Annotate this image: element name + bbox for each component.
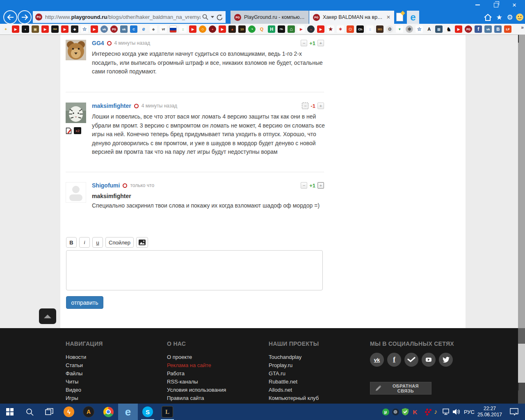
tray-steam-icon[interactable]: ⊚ (390, 404, 400, 420)
youtube-icon[interactable] (422, 353, 436, 367)
footer-link-about-project[interactable]: О проекте (167, 355, 226, 359)
bookmarks-overflow-chevron[interactable]: » (521, 25, 524, 30)
vk-icon[interactable]: vk (370, 353, 384, 367)
taskbar-app-internet-explorer-active[interactable]: e (118, 404, 138, 420)
italic-button[interactable]: i (79, 237, 90, 248)
bookmark-favicon-youtube[interactable]: ▶ (189, 25, 196, 33)
bookmark-favicon-gear-coin[interactable]: ⚙ (386, 25, 393, 33)
forward-button[interactable] (18, 10, 32, 24)
new-tab-button[interactable] (396, 13, 403, 21)
scrollbar-track-lower[interactable] (518, 328, 525, 344)
bookmark-favicon-gold-wings[interactable]: ✦ (2, 25, 9, 33)
clock[interactable]: 22:2725.06.2017 (475, 404, 504, 420)
comment-author-link[interactable]: Shigofumi (92, 182, 120, 189)
feedback-button[interactable]: ОБРАТНАЯ СВЯЗЬ (370, 382, 431, 395)
bookmark-favicon-coub[interactable]: C (130, 25, 137, 33)
close-button[interactable]: ✕ (506, 0, 523, 10)
start-button[interactable] (0, 404, 20, 420)
bookmark-favicon-youtube[interactable]: ▶ (61, 25, 68, 33)
footer-link-proplay[interactable]: Proplay.ru (269, 363, 319, 368)
downvote-button[interactable]: − (301, 182, 307, 189)
tab-active-article[interactable]: PG Хакер BALDMAN на время... ✕ (309, 11, 394, 24)
downvote-button[interactable]: − (301, 40, 307, 46)
bookmark-favicon-facebook[interactable]: f (475, 25, 482, 33)
taskbar-search-button[interactable] (20, 404, 39, 420)
taskbar-app-aimp[interactable]: A (79, 404, 98, 420)
address-dropdown-icon[interactable] (211, 16, 214, 18)
bookmark-favicon-playground[interactable]: PG (465, 25, 472, 33)
comment-input[interactable] (66, 250, 323, 290)
comment-author-link[interactable]: maksimfighter (92, 103, 131, 109)
tray-kaspersky-icon[interactable]: K (410, 404, 420, 420)
taskbar-app-league-of-legends[interactable]: L (158, 404, 177, 420)
bookmark-favicon-emblem[interactable]: ◈ (150, 25, 157, 33)
url-text[interactable]: http://www.playground.ru/blogs/other/hak… (45, 14, 201, 20)
bookmark-favicon-h[interactable]: H (268, 25, 275, 33)
bookmark-favicon-vk[interactable]: vk (484, 25, 492, 33)
tray-volume-icon[interactable] (451, 404, 462, 420)
avatar-default[interactable] (66, 182, 86, 203)
upvote-button[interactable]: + (317, 103, 324, 109)
spoiler-button[interactable]: Спойлер (105, 237, 134, 248)
bold-button[interactable]: B (66, 237, 77, 248)
footer-link-articles[interactable]: Статьи (66, 363, 103, 368)
bookmark-favicon-horse[interactable]: ♞ (445, 25, 452, 33)
bookmark-favicon-q[interactable]: Q (258, 25, 265, 33)
footer-link-gta[interactable]: GTA.ru (269, 371, 319, 376)
scrollbar-down-button[interactable] (518, 383, 525, 404)
scrollbar-thumb[interactable] (518, 344, 525, 383)
bookmark-favicon-youtube[interactable]: ▶ (219, 25, 226, 33)
bookmark-favicon-red-bird[interactable]: ▸ (297, 25, 305, 33)
bookmark-favicon-lki[interactable]: ЛКИ (51, 25, 59, 33)
footer-link-files[interactable]: Файлы (66, 371, 103, 376)
footer-link-allods[interactable]: Allods.net (269, 388, 319, 392)
bookmark-favicon-dark-dots[interactable]: ◒ (307, 25, 315, 33)
avatar[interactable] (66, 103, 86, 123)
downvote-button[interactable]: − (302, 103, 308, 109)
bookmark-favicon-painting[interactable]: ▨ (435, 25, 443, 33)
insert-image-button[interactable] (136, 237, 148, 248)
footer-link-advertising[interactable]: Реклама на сайте (167, 363, 226, 368)
bookmark-favicon-dark-logo[interactable]: ◐ (22, 25, 29, 33)
tray-music-note-icon[interactable]: ♪ (431, 404, 441, 420)
bookmark-favicon-star-emblem[interactable]: ★ (327, 25, 334, 33)
footer-link-touchandplay[interactable]: Touchandplay (269, 355, 319, 359)
footer-link-games[interactable]: Игры (66, 396, 103, 400)
bookmark-favicon-youtube[interactable]: ▶ (317, 25, 324, 33)
tray-antivirus-shield-icon[interactable] (400, 404, 410, 420)
tray-utorrent-icon[interactable]: µ (381, 404, 390, 420)
bookmark-favicon-playground[interactable]: PG (110, 25, 118, 33)
footer-link-cheats[interactable]: Читы (66, 379, 103, 384)
bookmark-favicon-house[interactable]: ⌂ (288, 25, 295, 33)
tray-red-dots-icon[interactable] (421, 404, 431, 420)
footer-link-rss[interactable]: RSS-каналы (167, 379, 226, 384)
bookmark-favicon-ok-ring[interactable]: ○ (199, 25, 206, 33)
footer-link-video[interactable]: Видео (66, 388, 103, 392)
settings-button[interactable]: ⚙ (505, 13, 514, 22)
upvote-button[interactable]: + (317, 182, 324, 189)
bookmark-favicon-vk[interactable]: vk (100, 25, 108, 33)
footer-link-rubattle[interactable]: Rubattle.net (269, 379, 319, 384)
comment-author-link[interactable]: GG4 (92, 40, 104, 46)
minimize-button[interactable] (469, 0, 486, 10)
scrollbar-track-upper[interactable] (518, 35, 525, 328)
scroll-down-arrow-icon[interactable] (518, 383, 519, 390)
bookmark-favicon-html-doc[interactable]: e (140, 25, 147, 33)
bookmark-favicon-hand[interactable]: ✶ (337, 25, 344, 33)
bookmark-favicon-fox[interactable]: ▲ (228, 25, 236, 33)
facebook-icon[interactable]: f (387, 353, 401, 367)
avatar[interactable] (66, 40, 86, 60)
restore-button[interactable] (487, 0, 504, 10)
footer-link-jobs[interactable]: Работа (167, 371, 226, 376)
bookmark-favicon-youtube[interactable]: ▶ (12, 25, 19, 33)
address-bar[interactable]: PG http://www.playground.ru/blogs/other/… (33, 11, 226, 23)
upvote-button[interactable]: + (317, 40, 324, 46)
language-indicator[interactable]: РУС (462, 404, 477, 420)
bookmark-favicon-youtube[interactable]: ▶ (455, 25, 462, 33)
favorites-button[interactable]: ★ (495, 13, 504, 22)
bookmark-favicon-mg[interactable]: MG (376, 25, 383, 33)
tray-network-icon[interactable] (441, 404, 451, 420)
home-button[interactable] (483, 13, 492, 22)
open-in-edge-button[interactable]: e (407, 11, 419, 24)
bookmark-favicon-a[interactable]: A (425, 25, 433, 33)
